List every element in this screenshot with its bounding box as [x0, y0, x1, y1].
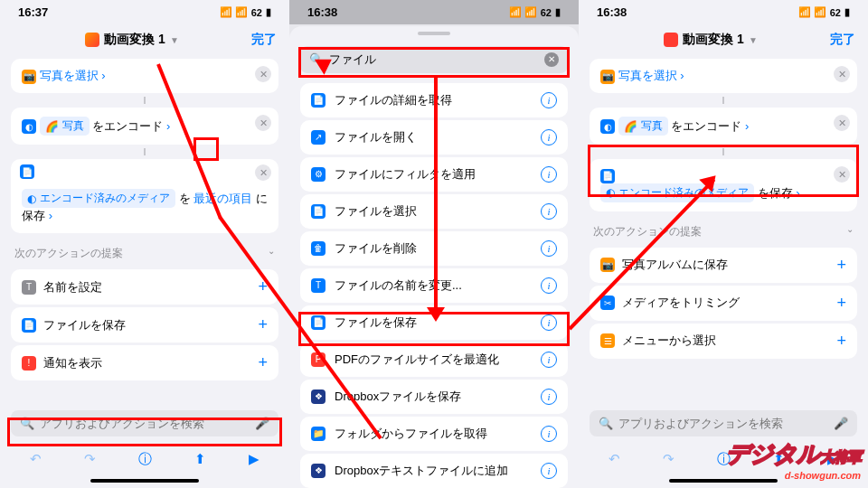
add-icon[interactable]: + [836, 332, 846, 351]
add-icon[interactable]: + [836, 256, 846, 275]
undo-icon[interactable]: ↶ [609, 451, 620, 468]
share-icon[interactable]: ⬆ [194, 451, 206, 468]
chevron-down-icon: ▼ [170, 35, 179, 45]
variable-chip[interactable]: 🌈 写真 [40, 117, 90, 136]
suggestion-item[interactable]: ✂メディアをトリミング+ [590, 286, 857, 321]
remove-icon[interactable]: ✕ [255, 115, 271, 131]
action-list-item[interactable]: ❖Dropboxファイルを保存i [300, 380, 568, 414]
info-icon[interactable]: ⓘ [717, 451, 731, 468]
info-icon[interactable]: i [541, 166, 557, 183]
shortcut-title[interactable]: 動画変換 1▼ [85, 32, 179, 48]
remove-icon[interactable]: ✕ [834, 166, 850, 183]
info-icon[interactable]: ⓘ [138, 451, 152, 468]
done-button[interactable]: 完了 [830, 32, 855, 48]
search-icon: 🔍 [599, 417, 613, 430]
add-icon[interactable]: + [836, 294, 846, 313]
redo-icon[interactable]: ↷ [663, 451, 675, 468]
search-field[interactable] [40, 417, 250, 430]
sheet-handle[interactable] [418, 32, 450, 35]
info-icon[interactable]: i [541, 240, 557, 257]
suggestion-icon: ✂ [600, 296, 615, 310]
suggestion-item[interactable]: !通知を表示+ [11, 345, 278, 380]
action-select-photos[interactable]: 📷 写真を選択 › ✕ [11, 59, 278, 93]
chevron-down-icon: ▼ [749, 35, 758, 45]
action-icon: T [311, 278, 326, 293]
home-indicator [90, 479, 199, 483]
suggestion-item[interactable]: 📄ファイルを保存+ [11, 307, 278, 343]
status-time: 16:38 [597, 5, 627, 19]
clear-icon[interactable]: ✕ [544, 52, 559, 67]
info-icon[interactable]: i [541, 389, 557, 405]
play-icon[interactable]: ▶ [827, 451, 838, 468]
mic-icon[interactable]: 🎤 [255, 417, 269, 430]
share-icon[interactable]: ⬆ [773, 451, 785, 468]
action-save-file[interactable]: ✕ 📄 ◐ エンコード済みのメディア を 最近の項目 に保存 › [11, 159, 278, 233]
search-input[interactable]: 🔍 🎤 [590, 410, 857, 436]
action-save-file[interactable]: 📄 ✕ ◐ エンコード済みのメディア を保存 › [590, 159, 857, 211]
search-sheet: 🔍 ✕ 📄ファイルの詳細を取得i↗ファイルを開くi⚙ファイルにフィルタを適用i📄… [289, 26, 579, 488]
variable-chip[interactable]: 🌈 写真 [618, 117, 668, 136]
suggestion-item[interactable]: T名前を設定+ [11, 269, 278, 305]
nav-header: 動画変換 1▼ 完了 [0, 24, 289, 55]
info-icon[interactable]: i [541, 463, 557, 479]
action-list-item[interactable]: ⚙ファイルにフィルタを適用i [300, 157, 568, 192]
remove-icon[interactable]: ✕ [255, 164, 271, 181]
add-icon[interactable]: + [258, 315, 268, 334]
mic-icon[interactable]: 🎤 [834, 417, 848, 430]
remove-icon[interactable]: ✕ [255, 66, 271, 82]
encode-icon: ◐ [600, 119, 615, 134]
action-list-item[interactable]: 🗑ファイルを削除i [300, 231, 568, 266]
play-icon[interactable]: ▶ [249, 451, 259, 468]
action-select-photos[interactable]: 📷 写真を選択 › ✕ [590, 59, 857, 93]
info-icon[interactable]: i [541, 314, 557, 331]
action-list-item[interactable]: 📄ファイルの詳細を取得i [300, 83, 568, 117]
variable-chip[interactable]: ◐ エンコード済みのメディア [22, 189, 175, 208]
action-label: ファイルを保存 [335, 314, 417, 331]
search-input[interactable]: 🔍 ✕ [300, 46, 568, 73]
remove-icon[interactable]: ✕ [834, 66, 850, 82]
add-icon[interactable]: + [258, 277, 268, 296]
variable-chip[interactable]: ◐ エンコード済みのメディア [600, 183, 754, 202]
action-icon: ❖ [311, 464, 326, 478]
action-icon: ❖ [311, 389, 326, 404]
status-indicators: 📶 📶 62▮ [220, 6, 271, 18]
action-list-item[interactable]: ❖Dropboxテキストファイルに追加i [300, 454, 568, 488]
info-icon[interactable]: i [541, 203, 557, 220]
action-list-item[interactable]: 📄ファイルを選択i [300, 194, 568, 229]
action-list-item[interactable]: PPDFのファイルサイズを最適化i [300, 343, 568, 377]
action-list-item[interactable]: Tファイルの名前を変更...i [300, 268, 568, 303]
info-icon[interactable]: i [541, 129, 557, 145]
search-field[interactable] [618, 417, 828, 430]
suggestion-item[interactable]: 📷写真アルバムに保存+ [590, 248, 857, 283]
remove-icon[interactable]: ✕ [834, 115, 850, 131]
add-icon[interactable]: + [258, 353, 268, 372]
action-list-item[interactable]: ↗ファイルを開くi [300, 120, 568, 155]
action-label: フォルダからファイルを取得 [335, 426, 487, 442]
suggestions-header[interactable]: 次のアクションの提案⌄ [579, 215, 868, 245]
info-icon[interactable]: i [541, 426, 557, 442]
suggestion-label: 通知を表示 [43, 355, 102, 371]
suggestion-item[interactable]: ☰メニューから選択+ [590, 324, 857, 359]
photos-icon: 📷 [600, 70, 615, 84]
chevron-down-icon: ⌄ [846, 224, 854, 239]
action-list-item[interactable]: 📄ファイルを保存i [300, 305, 568, 340]
done-button[interactable]: 完了 [251, 32, 277, 48]
shortcut-icon [664, 33, 678, 47]
suggestions-header[interactable]: 次のアクションの提案⌄ [0, 237, 289, 267]
info-icon[interactable]: i [541, 92, 557, 108]
action-list-item[interactable]: 📁フォルダからファイルを取得i [300, 417, 568, 451]
redo-icon[interactable]: ↷ [84, 451, 96, 468]
info-icon[interactable]: i [541, 352, 557, 368]
shortcut-title[interactable]: 動画変換 1▼ [664, 32, 758, 48]
action-label: ファイルを削除 [335, 240, 417, 257]
search-input[interactable]: 🔍 🎤 [11, 410, 278, 436]
info-icon[interactable]: i [541, 277, 557, 294]
search-icon: 🔍 [309, 52, 324, 66]
status-bar: 16:38 📶 📶 62▮ [289, 0, 579, 24]
action-encode[interactable]: ◐ 🌈 写真 をエンコード › ✕ [11, 108, 278, 145]
action-encode[interactable]: ◐ 🌈 写真 をエンコード › ✕ [590, 108, 857, 145]
home-indicator [669, 479, 778, 483]
search-field[interactable] [329, 52, 539, 66]
undo-icon[interactable]: ↶ [30, 451, 42, 468]
action-icon: P [311, 352, 326, 367]
